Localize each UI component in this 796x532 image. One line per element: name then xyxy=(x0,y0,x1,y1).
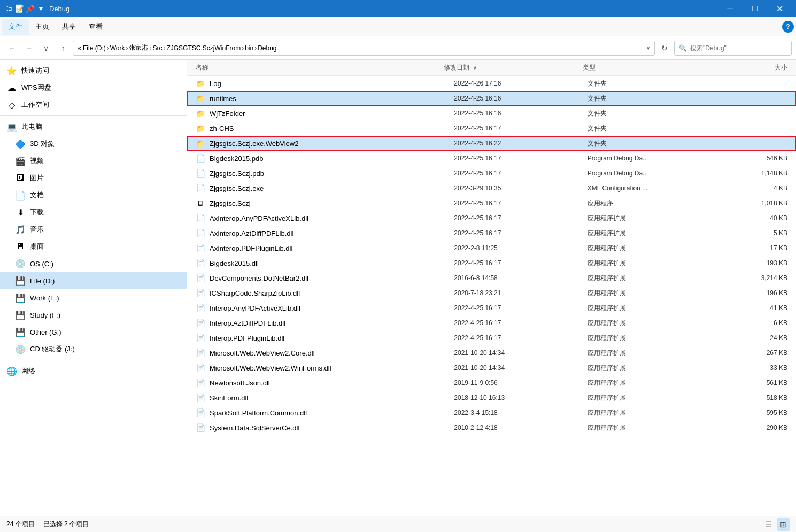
sidebar-item-workspace[interactable]: ◇ 工作空间 xyxy=(0,96,187,113)
sidebar-item-wps[interactable]: ☁ WPS网盘 xyxy=(0,79,187,96)
sidebar-item-pc[interactable]: 💻 此电脑 xyxy=(0,118,187,135)
file-type: 应用程序扩展 xyxy=(588,289,721,298)
file-date: 2022-4-25 16:17 xyxy=(454,259,587,267)
sidebar-item-downloads[interactable]: ⬇ 下载 xyxy=(0,204,187,221)
file-row[interactable]: 📄Microsoft.Web.WebView2.WinForms.dll2021… xyxy=(187,360,796,375)
file-icon: 📄 xyxy=(196,364,205,372)
file-type: 应用程序扩展 xyxy=(588,379,721,388)
desktop-label: 桌面 xyxy=(30,242,44,251)
file-icon: 📁 xyxy=(196,79,205,88)
sidebar-item-docs[interactable]: 📄 文档 xyxy=(0,187,187,204)
file-row[interactable]: 📄System.Data.SqlServerCe.dll2010-2-12 4:… xyxy=(187,420,796,435)
view-list-button[interactable]: ☰ xyxy=(762,518,775,531)
file-name: AxInterop.AztDiffPDFLib.dll xyxy=(210,229,454,237)
file-row[interactable]: 📁WjTzFolder2022-4-25 16:16文件夹 xyxy=(187,106,796,121)
back-button[interactable]: ← xyxy=(4,41,19,56)
maximize-button[interactable]: □ xyxy=(743,0,767,17)
file-type: XML Configuration ... xyxy=(588,184,721,192)
study-f-icon: 💾 xyxy=(15,310,26,320)
forward-button[interactable]: → xyxy=(21,41,36,56)
sidebar-item-pictures[interactable]: 🖼 图片 xyxy=(0,169,187,187)
path-work: Work xyxy=(110,44,125,52)
sidebar-item-quick-access[interactable]: ⭐ 快速访问 xyxy=(0,62,187,79)
file-size: 41 KB xyxy=(721,304,787,312)
file-row[interactable]: 📄SparkSoft.Platform.Common.dll2022-3-4 1… xyxy=(187,405,796,420)
file-row[interactable]: 📁runtimes2022-4-25 16:16文件夹 xyxy=(187,91,796,106)
file-row[interactable]: 🖥Zjgsgtsc.Sczj2022-4-25 16:17应用程序1,018 K… xyxy=(187,196,796,211)
file-size: 267 KB xyxy=(721,349,787,357)
address-path[interactable]: « File (D:) › Work › 张家港 › Src › ZJGSGTS… xyxy=(73,41,655,56)
file-row[interactable]: 📄Interop.AztDiffPDFLib.dll2022-4-25 16:1… xyxy=(187,315,796,330)
file-name: SkinForm.dll xyxy=(210,394,454,402)
file-type: 应用程序扩展 xyxy=(588,304,721,313)
file-row[interactable]: 📄SkinForm.dll2018-12-10 16:13应用程序扩展518 K… xyxy=(187,390,796,405)
refresh-button[interactable]: ↻ xyxy=(657,41,672,56)
file-row[interactable]: 📄AxInterop.PDFPluginLib.dll2022-2-8 11:2… xyxy=(187,241,796,256)
file-size: 6 KB xyxy=(721,319,787,327)
search-input[interactable] xyxy=(690,44,787,52)
pc-icon: 💻 xyxy=(6,122,17,132)
sidebar-item-os-c[interactable]: 💿 OS (C:) xyxy=(0,255,187,272)
sidebar-item-work-e[interactable]: 💾 Work (E:) xyxy=(0,289,187,306)
file-row[interactable]: 📄Microsoft.Web.WebView2.Core.dll2021-10-… xyxy=(187,345,796,360)
sidebar-item-music[interactable]: 🎵 音乐 xyxy=(0,221,187,238)
recent-button[interactable]: ∨ xyxy=(38,41,53,56)
menu-item-view[interactable]: 查看 xyxy=(82,19,109,35)
wps-label: WPS网盘 xyxy=(21,83,51,92)
file-row[interactable]: 📁Zjgsgtsc.Sczj.exe.WebView22022-4-25 16:… xyxy=(187,136,796,151)
minimize-button[interactable]: ─ xyxy=(718,0,743,17)
sidebar-item-other-g[interactable]: 💾 Other (G:) xyxy=(0,323,187,341)
menu-item-share[interactable]: 共享 xyxy=(56,19,82,35)
file-date: 2022-4-25 16:17 xyxy=(454,199,587,207)
file-icon: 📄 xyxy=(196,244,205,252)
view-details-button[interactable]: ⊞ xyxy=(777,518,790,531)
file-row[interactable]: 📄DevComponents.DotNetBar2.dll2016-6-8 14… xyxy=(187,271,796,286)
file-icon: 📄 xyxy=(196,274,205,282)
file-row[interactable]: 📄Newtonsoft.Json.dll2019-11-9 0:56应用程序扩展… xyxy=(187,375,796,390)
menu-item-file[interactable]: 文件 xyxy=(2,19,29,35)
file-row[interactable]: 📄Zjgsgtsc.Sczj.pdb2022-4-25 16:17Program… xyxy=(187,166,796,181)
col-header-type[interactable]: 类型 xyxy=(583,63,713,72)
file-type: 应用程序扩展 xyxy=(588,259,721,268)
file-row[interactable]: 📄Bigdesk2015.dll2022-4-25 16:17应用程序扩展193… xyxy=(187,256,796,271)
file-name: ICSharpCode.SharpZipLib.dll xyxy=(210,289,454,297)
file-row[interactable]: 📁zh-CHS2022-4-25 16:17文件夹 xyxy=(187,121,796,136)
file-type: 应用程序扩展 xyxy=(588,349,721,358)
col-header-date[interactable]: 修改日期 ∧ xyxy=(444,63,574,72)
col-header-name[interactable]: 名称 xyxy=(196,63,435,72)
status-selected: 已选择 2 个项目 xyxy=(43,520,89,529)
close-button[interactable]: ✕ xyxy=(767,0,792,17)
address-bar: ← → ∨ ↑ « File (D:) › Work › 张家港 › Src ›… xyxy=(0,36,796,60)
sidebar-item-file-d[interactable]: 💾 File (D:) xyxy=(0,272,187,289)
file-row[interactable]: 📄Interop.AnyPDFActiveXLib.dll2022-4-25 1… xyxy=(187,300,796,315)
file-row[interactable]: 📁Log2022-4-26 17:16文件夹 xyxy=(187,76,796,91)
title-bar-dropdown[interactable]: ▾ xyxy=(36,4,45,13)
content-area: 名称 修改日期 ∧ 类型 大小 📁Log2022-4-26 17:16文件夹📁r… xyxy=(187,60,796,516)
sidebar-item-study-f[interactable]: 💾 Study (F:) xyxy=(0,306,187,323)
file-row[interactable]: 📄Bigdesk2015.pdb2022-4-25 16:17Program D… xyxy=(187,151,796,166)
sidebar-item-cd-j[interactable]: 💿 CD 驱动器 (J:) xyxy=(0,341,187,358)
file-row[interactable]: 📄AxInterop.AztDiffPDFLib.dll2022-4-25 16… xyxy=(187,226,796,241)
search-box[interactable]: 🔍 xyxy=(674,41,792,56)
work-e-label: Work (E:) xyxy=(30,294,59,302)
file-name: Microsoft.Web.WebView2.Core.dll xyxy=(210,349,454,357)
col-header-size[interactable]: 大小 xyxy=(722,63,787,72)
path-dropdown-icon[interactable]: ∨ xyxy=(646,45,650,51)
help-button[interactable]: ? xyxy=(782,21,794,33)
file-name: Bigdesk2015.dll xyxy=(210,259,454,267)
file-icon: 📁 xyxy=(196,139,205,148)
work-e-icon: 💾 xyxy=(15,293,26,303)
file-row[interactable]: 📄Zjgsgtsc.Sczj.exe2022-3-29 10:35XML Con… xyxy=(187,181,796,196)
sidebar-item-desktop[interactable]: 🖥 桌面 xyxy=(0,238,187,255)
file-size: 595 KB xyxy=(721,409,787,417)
file-row[interactable]: 📄ICSharpCode.SharpZipLib.dll2020-7-18 23… xyxy=(187,286,796,300)
file-date: 2022-4-25 16:17 xyxy=(454,169,587,177)
menu-item-home[interactable]: 主页 xyxy=(29,19,56,35)
sidebar-item-3d[interactable]: 🔷 3D 对象 xyxy=(0,135,187,152)
up-button[interactable]: ↑ xyxy=(56,41,71,56)
sidebar-item-network[interactable]: 🌐 网络 xyxy=(0,363,187,380)
file-size: 33 KB xyxy=(721,364,787,372)
file-row[interactable]: 📄Interop.PDFPluginLib.dll2022-4-25 16:17… xyxy=(187,330,796,345)
file-row[interactable]: 📄AxInterop.AnyPDFActiveXLib.dll2022-4-25… xyxy=(187,211,796,226)
sidebar-item-video[interactable]: 🎬 视频 xyxy=(0,152,187,169)
